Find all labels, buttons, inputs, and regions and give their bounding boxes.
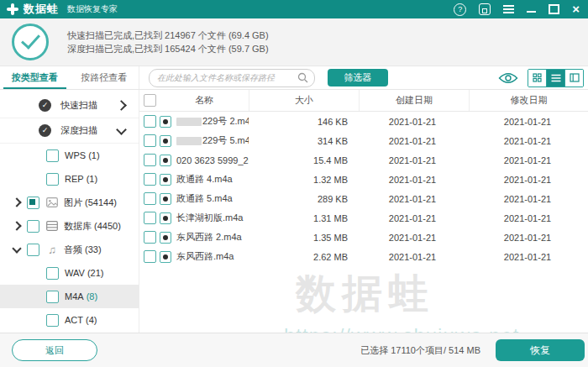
file-name: 020 3623 5999_20201... — [176, 155, 249, 165]
header-name[interactable]: 名称 — [160, 94, 249, 107]
created-date: 2021-01-21 — [358, 252, 467, 262]
file-size: 1.31 MB — [249, 213, 358, 223]
select-all-checkbox[interactable] — [144, 94, 156, 107]
audio-file-icon — [160, 116, 171, 128]
header-size[interactable]: 大小 — [249, 90, 359, 111]
sidebar-item-deep-scan[interactable]: ✓深度扫描 — [0, 118, 139, 144]
checkbox[interactable] — [46, 267, 59, 280]
row-checkbox[interactable] — [144, 173, 156, 186]
detail-view-icon[interactable] — [564, 70, 583, 87]
grid-view-icon[interactable] — [528, 70, 546, 87]
table-row[interactable]: 长津湖初版.m4a1.31 MB2021-01-212021-01-21 — [139, 208, 588, 228]
app-logo-icon — [7, 3, 18, 15]
chevron-right-icon[interactable] — [12, 221, 21, 230]
created-date: 2021-01-21 — [358, 117, 467, 127]
checkbox[interactable] — [46, 173, 59, 186]
checkbox[interactable] — [46, 314, 59, 327]
redacted-blur — [176, 137, 202, 145]
file-size: 15.4 MB — [249, 155, 358, 165]
tab-view-by-path[interactable]: 按路径查看 — [70, 66, 139, 89]
filter-button[interactable]: 筛选器 — [328, 69, 388, 87]
row-checkbox[interactable] — [144, 192, 156, 205]
audio-file-icon — [160, 174, 171, 186]
checkbox[interactable] — [27, 244, 39, 256]
audio-icon: ♫ — [45, 244, 59, 255]
maximize-button[interactable] — [549, 4, 559, 14]
back-button[interactable]: 返回 — [12, 339, 97, 361]
sidebar-item-quick-scan[interactable]: ✓快速扫描 — [0, 93, 139, 118]
chevron-down-icon[interactable] — [116, 124, 127, 135]
sidebar-item-rep[interactable]: REP (1) — [0, 167, 139, 191]
preview-eye-icon[interactable] — [498, 72, 518, 84]
file-size: 1.32 MB — [249, 175, 358, 185]
image-icon — [45, 197, 59, 207]
sidebar-item-label: M4A (8) — [65, 291, 97, 301]
list-view-icon[interactable] — [546, 70, 564, 87]
row-checkbox[interactable] — [144, 250, 156, 263]
item-count: (8) — [87, 291, 97, 301]
sidebar-item-wav[interactable]: WAV (21) — [0, 261, 139, 285]
search-input[interactable] — [155, 72, 297, 83]
selection-summary: 已选择 17110个项目/ 514 MB — [360, 344, 480, 357]
deep-scan-status: 深度扫描已完成,已找到 165424 个文件 (59.7 GB) — [67, 42, 269, 55]
sidebar-item-database[interactable]: 数据库 (4450) — [0, 214, 139, 238]
modified-date: 2021-01-21 — [467, 136, 588, 146]
titlebar-controls: ? × — [454, 3, 580, 16]
recover-button[interactable]: 恢复 — [496, 339, 585, 361]
close-button[interactable]: × — [572, 3, 580, 15]
file-name-cell: 东风西路 2.m4a — [160, 231, 249, 244]
sidebar-item-label: 音频 (33) — [64, 244, 102, 256]
audio-file-icon — [160, 193, 171, 205]
audio-file-icon — [160, 232, 171, 244]
table-row[interactable]: 东风西路.m4a2.62 MB2021-01-212021-01-21 — [139, 247, 588, 266]
sidebar-item-m4a[interactable]: M4A (8) — [0, 285, 139, 308]
table-row[interactable]: 政通路 4.m4a1.32 MB2021-01-212021-01-21 — [139, 170, 588, 189]
created-date: 2021-01-21 — [358, 194, 467, 204]
help-icon[interactable]: ? — [454, 3, 466, 16]
sidebar-item-audio[interactable]: ♫音频 (33) — [0, 238, 139, 261]
row-checkbox[interactable] — [144, 154, 156, 166]
tab-view-by-type[interactable]: 按类型查看 — [0, 66, 70, 89]
row-checkbox[interactable] — [144, 231, 156, 244]
table-row[interactable]: 229号 2.m4a146 KB2021-01-212021-01-21 — [139, 112, 588, 131]
chevron-right-icon[interactable] — [116, 100, 127, 111]
checkbox[interactable] — [27, 220, 39, 233]
file-name: 东风西路 2.m4a — [176, 231, 242, 244]
file-size: 289 KB — [249, 194, 358, 204]
file-size: 146 KB — [249, 117, 358, 127]
sidebar-item-act[interactable]: ACT (4) — [0, 308, 139, 332]
search-box[interactable] — [149, 69, 315, 87]
sidebar-tree: ✓快速扫描 ✓深度扫描 WPS (1)REP (1)图片 (54144)数据库 … — [0, 90, 139, 333]
row-checkbox[interactable] — [144, 212, 156, 224]
item-count: (33) — [85, 244, 102, 254]
save-icon[interactable] — [479, 3, 491, 15]
sidebar-item-images[interactable]: 图片 (54144) — [0, 191, 139, 214]
file-name-cell: 229号 5.m4a — [160, 134, 249, 147]
created-date: 2021-01-21 — [358, 213, 467, 223]
app-tagline: 数据恢复专家 — [67, 3, 118, 15]
checkbox[interactable] — [27, 197, 39, 209]
header-created[interactable]: 创建日期 — [359, 90, 469, 111]
sidebar-item-label: 数据库 (4450) — [64, 220, 121, 233]
minimize-button[interactable] — [527, 11, 536, 13]
chevron-right-icon[interactable] — [12, 197, 21, 207]
row-checkbox[interactable] — [144, 115, 156, 128]
file-name: 政通路 5.m4a — [176, 192, 233, 205]
app-name: 数据蛙 — [24, 2, 59, 17]
table-row[interactable]: 229号 5.m4a314 KB2021-01-212021-01-21 — [139, 131, 588, 150]
header-modified[interactable]: 修改日期 — [469, 90, 588, 111]
menu-icon[interactable] — [503, 5, 514, 13]
table-row[interactable]: 政通路 5.m4a289 KB2021-01-212021-01-21 — [139, 189, 588, 208]
file-size: 2.62 MB — [249, 252, 358, 262]
chevron-down-icon[interactable] — [12, 244, 21, 253]
sidebar-item-wps[interactable]: WPS (1) — [0, 144, 139, 167]
sidebar-item-label: REP (1) — [65, 174, 97, 184]
audio-file-icon — [160, 155, 171, 166]
row-checkbox[interactable] — [144, 134, 156, 147]
checkbox[interactable] — [46, 149, 59, 162]
table-row[interactable]: 东风西路 2.m4a1.35 MB2021-01-212021-01-21 — [139, 228, 588, 247]
checkbox[interactable] — [46, 291, 59, 303]
table-row[interactable]: 020 3623 5999_20201...15.4 MB2021-01-212… — [139, 150, 588, 170]
modified-date: 2021-01-21 — [467, 233, 588, 243]
scan-done-icon: ✓ — [39, 124, 51, 137]
